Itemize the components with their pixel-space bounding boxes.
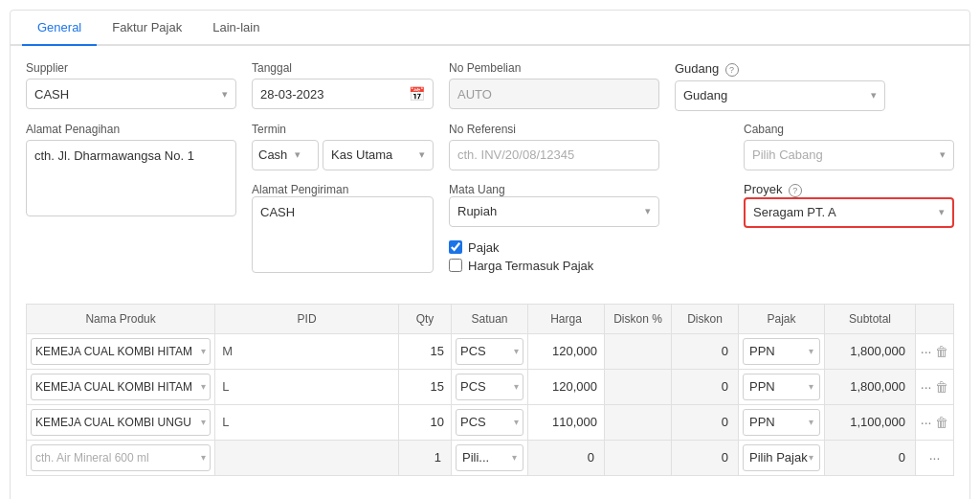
no-referensi-input[interactable]: cth. INV/20/08/12345 [449, 140, 659, 170]
gudang-chevron-icon: ▾ [871, 89, 877, 102]
pajak-chevron-3: ▾ [809, 417, 813, 427]
product-value-2: KEMEJA CUAL KOMBI HITAM [35, 380, 192, 394]
tab-lain-lain[interactable]: Lain-lain [197, 11, 275, 46]
product-select-2[interactable]: KEMEJA CUAL KOMBI HITAM ▾ [31, 374, 211, 400]
mata-uang-chevron-icon: ▾ [645, 205, 651, 217]
satuan-chevron-empty: ▾ [512, 452, 517, 463]
satuan-select-3[interactable]: PCS ▾ [456, 409, 523, 436]
row-delete-3[interactable]: 🗑 [935, 415, 948, 430]
diskon-pct-input-3[interactable] [609, 412, 667, 432]
table-area: Nama Produk PID Qty Satuan Harga Diskon … [11, 296, 969, 491]
satuan-placeholder-empty: Pili... [462, 450, 489, 465]
form-area: Supplier CASH ▾ Tanggal 28-03-2023 📅 No … [11, 46, 969, 296]
no-pembelian-label: No Pembelian [449, 61, 659, 75]
pajak-checkbox[interactable] [449, 240, 462, 254]
col-diskon: Diskon [672, 304, 739, 333]
termin-select2[interactable]: Kas Utama ▾ [323, 140, 434, 170]
termin2-chevron-icon: ▾ [419, 148, 425, 161]
table-row: KEMEJA CUAL KOMBI HITAM ▾ PCS ▾ [27, 369, 954, 404]
alamat-penagihan-placeholder: cth. Jl. Dharmawangsa No. 1 [34, 148, 194, 163]
no-referensi-group: No Referensi cth. INV/20/08/12345 Mata U… [449, 123, 728, 277]
diskon-pct-input-1[interactable] [609, 341, 667, 361]
col-pajak: Pajak [739, 304, 825, 333]
harga-termasuk-pajak-checkbox[interactable] [449, 259, 462, 272]
product-chevron-empty: ▾ [201, 452, 206, 463]
harga-termasuk-pajak-row: Harga Termasuk Pajak [449, 259, 728, 273]
row-menu-2[interactable]: ··· [921, 379, 932, 395]
termin-value2: Kas Utama [331, 147, 392, 162]
calendar-icon: 📅 [409, 86, 425, 102]
product-chevron-3: ▾ [201, 417, 206, 427]
mata-uang-value: Rupiah [457, 204, 497, 218]
pajak-chevron-empty: ▾ [809, 452, 813, 463]
tanggal-value: 28-03-2023 [260, 87, 324, 102]
product-chevron-1: ▾ [201, 346, 206, 356]
satuan-chevron-2: ▾ [514, 381, 519, 392]
alamat-penagihan-input[interactable]: cth. Jl. Dharmawangsa No. 1 [26, 140, 236, 216]
alamat-pengiriman-value[interactable]: CASH [252, 196, 434, 273]
supplier-chevron-icon: ▾ [222, 88, 228, 101]
supplier-select[interactable]: CASH ▾ [26, 79, 236, 109]
qty-input-1[interactable] [403, 341, 447, 361]
pajak-placeholder-empty: Pilih Pajak [749, 450, 808, 465]
termin-select1[interactable]: Cash ▾ [252, 140, 319, 170]
row-menu-empty[interactable]: ··· [929, 450, 941, 465]
col-subtotal: Subtotal [825, 304, 916, 333]
diskon-pct-input-2[interactable] [609, 376, 667, 397]
harga-input-2[interactable] [532, 376, 600, 397]
pid-input-3[interactable] [219, 412, 394, 432]
proyek-label: Proyek ? [744, 183, 802, 196]
subtotal-value-3: 1,100,000 [829, 415, 911, 429]
pajak-select-2[interactable]: PPN ▾ [743, 374, 820, 400]
no-referensi-placeholder: cth. INV/20/08/12345 [457, 147, 574, 162]
pajak-select-empty[interactable]: Pilih Pajak ▾ [743, 444, 820, 471]
row-delete-2[interactable]: 🗑 [935, 379, 948, 395]
product-select-1[interactable]: KEMEJA CUAL KOMBI HITAM ▾ [31, 338, 211, 365]
row-delete-1[interactable]: 🗑 [935, 344, 948, 359]
tanggal-label: Tanggal [252, 61, 434, 75]
no-pembelian-value: AUTO [457, 87, 492, 102]
mata-uang-select[interactable]: Rupiah ▾ [449, 196, 659, 227]
tab-faktur-pajak[interactable]: Faktur Pajak [97, 11, 197, 46]
pajak-select-1[interactable]: PPN ▾ [743, 338, 820, 365]
gudang-select[interactable]: Gudang ▾ [675, 80, 885, 111]
harga-input-1[interactable] [532, 341, 600, 361]
table-row-empty: cth. Air Mineral 600 ml ▾ 1 Pili... ▾ 0 [27, 440, 954, 475]
tab-bar: General Faktur Pajak Lain-lain [11, 11, 969, 46]
qty-empty: 1 [403, 450, 447, 465]
satuan-chevron-3: ▾ [514, 417, 519, 427]
alamat-pengiriman-label: Alamat Pengiriman [252, 183, 348, 196]
gudang-label: Gudang ? [675, 61, 885, 77]
cabang-label: Cabang [744, 123, 954, 136]
satuan-select-2[interactable]: PCS ▾ [456, 374, 523, 400]
diskon-value-2: 0 [676, 379, 734, 394]
termin-group: Termin Cash ▾ Kas Utama ▾ Alamat Pengiri… [252, 123, 434, 273]
product-select-empty[interactable]: cth. Air Mineral 600 ml ▾ [31, 444, 211, 471]
tanggal-input[interactable]: 28-03-2023 📅 [252, 79, 434, 109]
row-menu-1[interactable]: ··· [921, 344, 932, 359]
qty-input-3[interactable] [403, 412, 447, 432]
pajak-select-3[interactable]: PPN ▾ [743, 409, 820, 436]
satuan-select-1[interactable]: PCS ▾ [456, 338, 523, 365]
pid-input-2[interactable] [219, 376, 394, 397]
gudang-info-icon: ? [725, 63, 739, 77]
row-menu-3[interactable]: ··· [921, 415, 932, 430]
proyek-select[interactable]: Seragam PT. A ▾ [744, 197, 954, 228]
no-pembelian-input: AUTO [449, 79, 659, 109]
pajak-label: Pajak [468, 240, 500, 255]
harga-input-3[interactable] [532, 412, 600, 432]
product-select-3[interactable]: KEMEJA CUAL KOMBI UNGU ▾ [31, 409, 211, 436]
product-value-1: KEMEJA CUAL KOMBI HITAM [35, 345, 192, 358]
pajak-chevron-1: ▾ [809, 346, 813, 356]
diskon-value-1: 0 [676, 344, 734, 358]
harga-termasuk-pajak-label: Harga Termasuk Pajak [468, 259, 593, 273]
termin-row: Cash ▾ Kas Utama ▾ [252, 140, 434, 170]
qty-input-2[interactable] [403, 376, 447, 397]
supplier-label: Supplier [26, 61, 236, 75]
satuan-select-empty[interactable]: Pili... ▾ [456, 444, 523, 471]
pid-input-1[interactable]: M [219, 341, 394, 361]
product-table: Nama Produk PID Qty Satuan Harga Diskon … [26, 304, 954, 476]
tab-general[interactable]: General [22, 11, 97, 46]
pajak-chevron-2: ▾ [809, 381, 813, 392]
cabang-select[interactable]: Pilih Cabang ▾ [744, 140, 954, 170]
